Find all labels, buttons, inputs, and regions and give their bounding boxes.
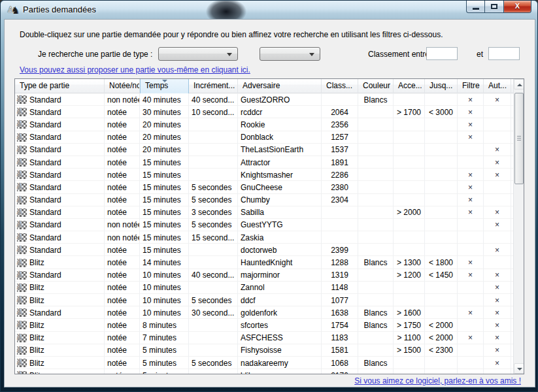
table-row[interactable]: Blitznotée10 minutes5 secondesddcf1077×: [15, 294, 514, 306]
table-row[interactable]: Standardnotée30 minutes10 second...rcddc…: [15, 106, 514, 118]
column-header-incrment[interactable]: Incrément...: [189, 79, 238, 93]
maximize-button[interactable]: [485, 1, 503, 13]
table-row[interactable]: Standardnotée15 minutes5 secondesChumby2…: [15, 194, 514, 206]
share-link[interactable]: Si vous aimez ce logiciel, parlez-en à v…: [354, 376, 521, 385]
table-cell: ×: [484, 294, 511, 306]
propose-game-link[interactable]: Vous pouvez aussi proposer une partie vo…: [20, 65, 250, 74]
column-header-aut[interactable]: Aut...: [484, 79, 511, 93]
table-cell: > 1100: [394, 332, 425, 344]
table-cell: [484, 369, 511, 374]
scroll-down-button[interactable]: [514, 363, 524, 374]
pawn-icon: [17, 346, 27, 355]
column-header-couleur[interactable]: Couleur: [358, 79, 394, 93]
table-row[interactable]: Standardnon notée15 minutes15 second...Z…: [15, 231, 514, 244]
table-row[interactable]: Standardnotée20 minutesDonblack1257×: [15, 131, 514, 144]
table-row[interactable]: Blitznotée5 minutesblik2170×: [15, 369, 514, 374]
table-row[interactable]: Standardnotée15 minutesKnightsmasher2286…: [15, 169, 514, 181]
table-cell: [458, 144, 484, 156]
table-row[interactable]: Standardnotée20 minutesRookie2356×: [15, 118, 514, 131]
column-header-label: Jusq...: [429, 81, 452, 90]
table-cell: ×: [458, 194, 484, 206]
table-row[interactable]: Blitznotée5 minutesFishysoisse1581> 1500…: [15, 344, 514, 357]
table-row[interactable]: Blitznotée7 minutesASFCHESS1183> 1100< 2…: [15, 332, 514, 344]
table-row[interactable]: Standardnotée10 minutes40 second...major…: [15, 269, 514, 282]
table-cell: [358, 169, 394, 181]
table-cell: 5 minutes: [140, 344, 189, 357]
column-header-jusq[interactable]: Jusq...: [425, 79, 458, 93]
table-cell: rcddcr: [238, 106, 322, 118]
column-header-temps[interactable]: Temps: [140, 79, 189, 93]
table-cell: [458, 219, 484, 231]
column-header-class[interactable]: Class...: [322, 79, 358, 93]
table-row[interactable]: Standardnon notée15 minutes5 secondesGue…: [15, 219, 514, 231]
table-cell: [458, 294, 484, 306]
title-bar[interactable]: ♙ ♞ Parties demandées X: [1, 1, 537, 19]
table-cell: 15 second...: [189, 231, 238, 244]
table-cell: 5 secondes: [189, 294, 238, 306]
column-header-filtre[interactable]: Filtre: [458, 79, 484, 93]
table-cell: [484, 131, 511, 144]
minimize-button[interactable]: [466, 1, 485, 13]
table-cell: 2304: [322, 194, 358, 206]
column-header-acce[interactable]: Acce...: [394, 79, 425, 93]
table-cell: Blitz: [15, 256, 105, 269]
game-type-value: Blitz: [29, 319, 44, 331]
table-cell: [394, 131, 425, 144]
table-row[interactable]: Standardnotée15 minutesdoctorweb2399×: [15, 244, 514, 256]
pawn-icon: [17, 271, 27, 280]
table-cell: 15 minutes: [140, 231, 189, 244]
rating-min-input[interactable]: [426, 47, 458, 60]
table-cell: Rookie: [238, 118, 322, 131]
table-cell: ×: [484, 206, 511, 219]
scrollbar-thumb[interactable]: [514, 93, 524, 184]
table-row[interactable]: Standardnotée15 minutes5 secondesGnuChee…: [15, 181, 514, 193]
table-row[interactable]: Standardnotée10 minutes30 second...golde…: [15, 306, 514, 319]
pawn-icon: [17, 221, 27, 229]
table-row[interactable]: Standardnotée20 minutesTheLastSionEarth1…: [15, 144, 514, 156]
game-type-value: Standard: [29, 157, 61, 169]
table-row[interactable]: Standardnon notée40 minutes40 second...G…: [15, 93, 514, 106]
table-cell: [394, 282, 425, 294]
table-cell: 15 minutes: [140, 194, 189, 206]
table-cell: ×: [458, 181, 484, 193]
game-type-combobox-2[interactable]: [260, 47, 320, 61]
table-cell: doctorweb: [238, 244, 322, 256]
column-header-typedepartie[interactable]: Type de partie: [15, 79, 105, 93]
table-row[interactable]: Blitznotée14 minutesHauntedKnight1288Bla…: [15, 256, 514, 269]
table-row[interactable]: Blitznotée5 minutes5 secondesnadakareemy…: [15, 357, 514, 369]
pawn-icon: [17, 308, 27, 317]
table-cell: ×: [484, 93, 511, 106]
vertical-scrollbar[interactable]: [513, 79, 524, 374]
table-cell: [425, 357, 458, 369]
table-cell: Standard: [15, 181, 105, 193]
table-cell: [484, 231, 511, 244]
game-type-value: Blitz: [29, 357, 44, 369]
column-header-adversaire[interactable]: Adversaire: [238, 79, 322, 93]
rating-max-input[interactable]: [488, 47, 520, 60]
scroll-up-button[interactable]: [514, 79, 524, 90]
close-button[interactable]: X: [503, 1, 531, 13]
table-cell: 10 minutes: [140, 269, 189, 282]
table-cell: ×: [458, 369, 484, 374]
game-type-value: Standard: [29, 94, 61, 106]
table-cell: 1148: [322, 282, 358, 294]
table-cell: [425, 144, 458, 156]
table-cell: notée: [105, 206, 140, 219]
game-type-combobox[interactable]: [158, 47, 238, 61]
table-cell: ×: [458, 131, 484, 144]
table-cell: ASFCHESS: [238, 332, 322, 344]
table-row[interactable]: Blitznotée8 minutessfcortes1754Blancs> 1…: [15, 319, 514, 331]
table-row[interactable]: Blitznotée10 minutesZannol1148×: [15, 282, 514, 294]
table-cell: Standard: [15, 269, 105, 282]
table-row[interactable]: Standardnotée15 minutes3 secondesSabilla…: [15, 206, 514, 219]
table-row[interactable]: Standardnotée15 minutesAttractor1891×: [15, 156, 514, 169]
table-cell: Standard: [15, 144, 105, 156]
table-cell: 2170: [322, 369, 358, 374]
table-cell: [425, 369, 458, 374]
table-cell: [358, 206, 394, 219]
table-cell: 2399: [322, 244, 358, 256]
table-cell: notée: [105, 169, 140, 181]
table-body: Standardnon notée40 minutes40 second...G…: [15, 93, 514, 374]
column-header-noteno[interactable]: Notée/no...: [105, 79, 140, 93]
table-cell: [484, 194, 511, 206]
